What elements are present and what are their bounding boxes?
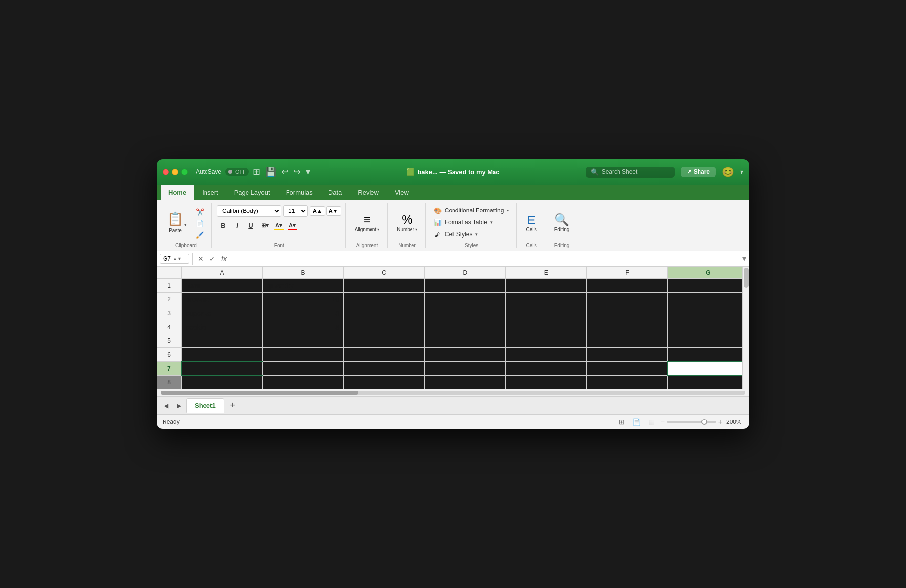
cell-D2[interactable] [425, 293, 506, 306]
copy-button[interactable]: 📄 [192, 219, 207, 228]
horizontal-scroll-track[interactable] [161, 391, 745, 395]
tab-review[interactable]: Review [350, 185, 387, 200]
cell-B8[interactable] [263, 376, 344, 389]
cell-F7[interactable] [587, 362, 668, 376]
zoom-out-button[interactable]: − [661, 418, 665, 426]
close-button[interactable] [163, 169, 169, 175]
editing-button[interactable]: 🔍 Editing [550, 211, 574, 234]
cell-C4[interactable] [344, 320, 425, 334]
cell-G1[interactable] [668, 279, 749, 293]
autosave-toggle[interactable]: OFF [225, 168, 249, 176]
cell-G7[interactable] [668, 362, 749, 376]
tab-formulas[interactable]: Formulas [278, 185, 321, 200]
cell-F1[interactable] [587, 279, 668, 293]
number-button[interactable]: % Number ▾ [393, 211, 421, 234]
alignment-button[interactable]: ≡ Alignment ▾ [351, 211, 383, 234]
font-size-select[interactable]: 11 [283, 205, 308, 217]
cell-F6[interactable] [587, 348, 668, 362]
share-button[interactable]: ↗ Share [681, 167, 716, 177]
minimize-button[interactable] [172, 169, 178, 175]
cell-A4[interactable]: cookie [182, 320, 263, 334]
col-header-A[interactable]: A [182, 267, 263, 279]
cell-E3[interactable] [506, 306, 587, 320]
cell-G5[interactable] [668, 334, 749, 348]
increase-font-size-button[interactable]: A▲ [310, 206, 325, 216]
cell-D7[interactable] [425, 362, 506, 376]
format-as-table-button[interactable]: 📊 Format as Table ▾ [431, 217, 495, 228]
cell-C5[interactable] [344, 334, 425, 348]
col-header-F[interactable]: F [587, 267, 668, 279]
col-header-G[interactable]: G [668, 267, 749, 279]
tab-home[interactable]: Home [161, 185, 194, 200]
cell-A6[interactable] [182, 348, 263, 362]
cell-E6[interactable] [506, 348, 587, 362]
cell-E5[interactable] [506, 334, 587, 348]
cell-E4[interactable] [506, 320, 587, 334]
cell-B3[interactable]: 5 [263, 306, 344, 320]
cell-E1[interactable] [506, 279, 587, 293]
cut-button[interactable]: ✂️ [192, 207, 207, 217]
cell-B6[interactable] [263, 348, 344, 362]
cell-F3[interactable] [587, 306, 668, 320]
sheet-tab-sheet1[interactable]: Sheet1 [186, 398, 224, 413]
pages-icon[interactable]: ⊞ [253, 167, 260, 177]
cell-E2[interactable] [506, 293, 587, 306]
fx-button[interactable]: fx [219, 254, 229, 264]
cell-D1[interactable] [425, 279, 506, 293]
cell-A8[interactable] [182, 376, 263, 389]
cell-styles-button[interactable]: 🖌 Cell Styles ▾ [431, 229, 481, 240]
cell-B4[interactable]: 8 [263, 320, 344, 334]
cell-B5[interactable] [263, 334, 344, 348]
cell-ref-dropdown-icon[interactable]: ▲▼ [173, 256, 182, 261]
confirm-formula-button[interactable]: ✓ [207, 254, 217, 264]
zoom-in-button[interactable]: + [718, 418, 722, 426]
chevron-up-icon[interactable]: ▾ [740, 168, 743, 176]
page-layout-view-button[interactable]: 📄 [631, 417, 642, 427]
cell-D8[interactable] [425, 376, 506, 389]
underline-button[interactable]: U [245, 219, 257, 232]
cell-C1[interactable] [344, 279, 425, 293]
tab-page-layout[interactable]: Page Layout [226, 185, 278, 200]
cell-A1[interactable]: item [182, 279, 263, 293]
col-header-E[interactable]: E [506, 267, 587, 279]
cell-reference-box[interactable]: G7 ▲▼ [160, 254, 189, 264]
cell-B7[interactable] [263, 362, 344, 376]
italic-button[interactable]: I [231, 219, 244, 232]
paste-button[interactable]: 📋 Paste ▾ [165, 210, 190, 235]
cell-F4[interactable] [587, 320, 668, 334]
more-icon[interactable]: ▾ [306, 167, 310, 177]
formula-bar-expand-icon[interactable]: ▾ [742, 254, 746, 263]
col-header-D[interactable]: D [425, 267, 506, 279]
vertical-scrollbar[interactable] [742, 267, 749, 389]
tab-insert[interactable]: Insert [194, 185, 226, 200]
cell-G4[interactable] [668, 320, 749, 334]
horizontal-scroll-thumb[interactable] [161, 391, 358, 395]
cell-A5[interactable] [182, 334, 263, 348]
cell-E8[interactable] [506, 376, 587, 389]
normal-view-button[interactable]: ⊞ [617, 417, 627, 427]
cell-C8[interactable] [344, 376, 425, 389]
conditional-formatting-button[interactable]: 🎨 Conditional Formatting ▾ [431, 205, 513, 216]
cell-A7[interactable] [182, 362, 263, 376]
format-painter-button[interactable]: 🖌️ [192, 230, 207, 240]
maximize-button[interactable] [181, 169, 188, 175]
cell-C7[interactable] [344, 362, 425, 376]
cell-B2[interactable]: 10 [263, 293, 344, 306]
cells-button[interactable]: ⊟ Cells [522, 211, 540, 234]
cell-A2[interactable]: brownie [182, 293, 263, 306]
bold-button[interactable]: B [217, 219, 230, 232]
cell-D6[interactable] [425, 348, 506, 362]
cell-A3[interactable]: cupcake [182, 306, 263, 320]
zoom-thumb[interactable] [701, 419, 707, 425]
cell-G8[interactable] [668, 376, 749, 389]
formula-input[interactable] [235, 254, 740, 263]
cell-D3[interactable] [425, 306, 506, 320]
page-break-view-button[interactable]: ▦ [646, 417, 657, 427]
cancel-formula-button[interactable]: ✕ [196, 254, 206, 264]
sheet-nav-right-button[interactable]: ▶ [173, 400, 184, 411]
cell-D5[interactable] [425, 334, 506, 348]
paste-dropdown-arrow[interactable]: ▾ [184, 222, 187, 227]
fill-color-button[interactable]: A ▾ [272, 219, 285, 232]
undo-icon[interactable]: ↩ [281, 167, 288, 177]
col-header-C[interactable]: C [344, 267, 425, 279]
